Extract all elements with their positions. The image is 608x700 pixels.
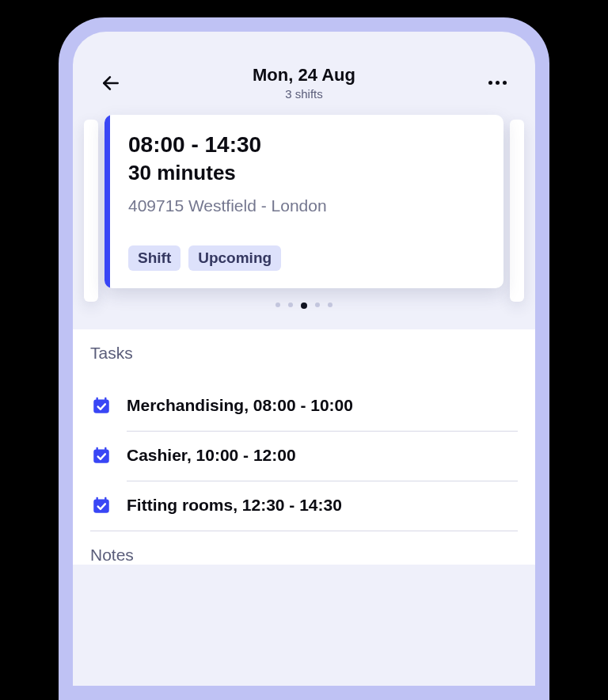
- more-button[interactable]: [481, 67, 513, 99]
- calendar-check-icon: [90, 444, 112, 466]
- header-center: Mon, 24 Aug 3 shifts: [127, 65, 481, 101]
- header-title: Mon, 24 Aug: [127, 65, 481, 86]
- pager-dot[interactable]: [315, 302, 320, 307]
- svg-rect-7: [93, 499, 109, 512]
- shift-duration: 30 minutes: [128, 161, 484, 185]
- tag-shift: Shift: [128, 245, 180, 271]
- task-label: Cashier, 10:00 - 12:00: [127, 446, 518, 465]
- arrow-left-icon: [101, 73, 121, 93]
- calendar-check-icon: [90, 494, 112, 516]
- pager-dot[interactable]: [301, 302, 307, 309]
- next-card-peek[interactable]: [510, 120, 524, 302]
- dots-icon: [488, 81, 492, 85]
- tag-upcoming: Upcoming: [188, 245, 281, 271]
- task-row[interactable]: Fitting rooms, 12:30 - 14:30: [90, 481, 518, 531]
- pager-dot[interactable]: [328, 302, 332, 307]
- svg-rect-3: [104, 398, 106, 401]
- shift-tags: Shift Upcoming: [128, 245, 484, 271]
- svg-rect-5: [97, 447, 98, 451]
- back-button[interactable]: [95, 67, 127, 99]
- svg-rect-4: [93, 449, 109, 462]
- task-row[interactable]: Merchandising, 08:00 - 10:00: [90, 382, 518, 431]
- shift-carousel[interactable]: 08:00 - 14:30 30 minutes 409715 Westfiel…: [73, 112, 535, 329]
- shift-time-range: 08:00 - 14:30: [128, 132, 484, 158]
- svg-rect-8: [97, 497, 98, 500]
- tasks-section-title: Tasks: [90, 344, 518, 363]
- prev-card-peek[interactable]: [84, 120, 98, 302]
- svg-rect-1: [93, 399, 109, 413]
- pager-dot[interactable]: [288, 302, 293, 307]
- svg-rect-6: [104, 447, 106, 451]
- shift-location: 409715 Westfield - London: [128, 196, 484, 215]
- pager-dot[interactable]: [276, 302, 280, 307]
- notes-section-title: Notes: [90, 546, 518, 565]
- device-frame: Mon, 24 Aug 3 shifts 08:00 - 14:30 30 mi…: [59, 17, 549, 700]
- tasks-section: Tasks Merchandising, 08:00 - 10:00: [73, 329, 535, 565]
- carousel-pager: [73, 288, 535, 321]
- calendar-check-icon: [90, 394, 112, 417]
- svg-rect-9: [104, 497, 106, 500]
- shift-card[interactable]: 08:00 - 14:30 30 minutes 409715 Westfiel…: [104, 115, 504, 288]
- task-row[interactable]: Cashier, 10:00 - 12:00: [90, 432, 518, 481]
- svg-rect-2: [97, 398, 98, 401]
- header-bar: Mon, 24 Aug 3 shifts: [73, 32, 535, 112]
- app-screen: Mon, 24 Aug 3 shifts 08:00 - 14:30 30 mi…: [73, 32, 535, 686]
- header-subtitle: 3 shifts: [127, 87, 481, 101]
- task-label: Fitting rooms, 12:30 - 14:30: [127, 496, 518, 515]
- task-label: Merchandising, 08:00 - 10:00: [127, 396, 518, 415]
- divider: [90, 531, 518, 531]
